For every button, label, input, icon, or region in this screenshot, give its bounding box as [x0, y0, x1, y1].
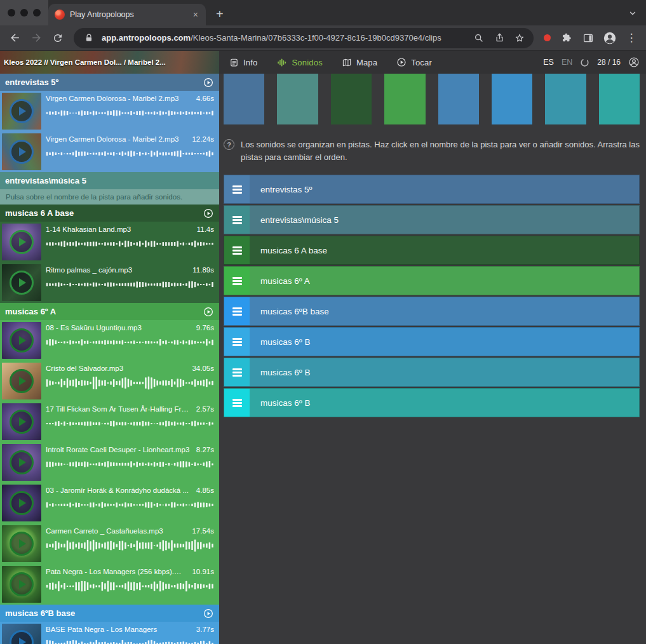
track-name[interactable]: entrevistas 5º — [5, 77, 58, 87]
clip-row[interactable]: Cristo del Salvador.mp3 34.05s — [0, 361, 219, 401]
clip-row[interactable]: 17 Till Flickan Som Är Tusen År-Halling … — [0, 401, 219, 442]
track-play-button[interactable] — [203, 208, 214, 219]
clip-waveform[interactable] — [46, 457, 214, 471]
address-bar[interactable]: app.antropoloops.com/Kleos-Santa-Marina/… — [74, 28, 534, 48]
share-icon[interactable] — [492, 30, 507, 46]
clip-name[interactable]: Carmen Carreto _ Castañuelas.mp3 — [46, 527, 187, 535]
clip-name[interactable]: 03 - Jaromír Horák & Konrádyho dudácká .… — [46, 486, 191, 494]
track-color-swatch[interactable] — [277, 74, 318, 124]
track-play-button[interactable] — [203, 608, 214, 619]
track-color-swatch[interactable] — [331, 74, 372, 124]
clip-row[interactable]: Virgen Carmen Dolorosa - Maribel 2.mp3 1… — [0, 131, 219, 172]
clip-play-button[interactable] — [2, 363, 41, 399]
clip-waveform[interactable] — [46, 106, 214, 120]
track-play-button[interactable] — [203, 77, 214, 88]
track-row-name[interactable]: musicas 6º B — [260, 337, 310, 347]
track-list-row[interactable]: musicas 6º B — [224, 388, 640, 417]
tab-tocar[interactable]: Tocar — [396, 57, 432, 67]
clip-name[interactable]: 17 Till Flickan Som Är Tusen År-Halling … — [46, 405, 191, 413]
clip-name[interactable]: Ritmo palmas _ cajón.mp3 — [46, 266, 187, 274]
clip-play-button[interactable] — [2, 93, 41, 130]
track-row-name[interactable]: musicas 6 A base — [260, 246, 327, 255]
clip-play-button[interactable] — [2, 133, 41, 170]
track-list-row[interactable]: musicas 6º B — [224, 327, 640, 356]
clip-row[interactable]: 1-14 Khakasian Land.mp3 11.4s — [0, 222, 219, 262]
clip-play-button[interactable] — [2, 566, 41, 603]
language-en[interactable]: EN — [562, 58, 572, 67]
drag-handle-icon[interactable] — [224, 267, 250, 295]
language-es[interactable]: ES — [543, 58, 554, 67]
tab-search-chevron-icon[interactable] — [628, 9, 637, 18]
track-list-row[interactable]: musicas 6 A base — [224, 236, 640, 265]
track-name[interactable]: musicas 6 A base — [5, 208, 74, 218]
back-button[interactable] — [5, 29, 24, 48]
clip-row[interactable]: 03 - Jaromír Horák & Konrádyho dudácká .… — [0, 483, 219, 523]
clip-name[interactable]: BASE Pata Negra - Los Managers — [46, 626, 191, 633]
clip-row[interactable]: Pata Negra - Los Managers (256 kbps).mp3… — [0, 564, 219, 605]
track-list-row[interactable]: entrevistas\música 5 — [224, 205, 640, 234]
new-tab-button[interactable]: + — [212, 7, 227, 22]
track-row-name[interactable]: musicas 6ºB base — [260, 307, 329, 316]
drag-handle-icon[interactable] — [224, 297, 250, 325]
track-list-row[interactable]: entrevistas 5º — [224, 175, 640, 204]
tab-mapa[interactable]: Mapa — [342, 58, 377, 67]
browser-tab[interactable]: Play Antropoloops × — [48, 4, 206, 25]
track-row-name[interactable]: musicas 6º A — [260, 276, 310, 286]
clip-waveform[interactable] — [46, 335, 214, 349]
track-name[interactable]: entrevistas\música 5 — [5, 176, 86, 185]
extensions-puzzle-icon[interactable] — [557, 29, 576, 48]
clip-name[interactable]: Virgen Carmen Dolorosa - Maribel 2.mp3 — [46, 135, 187, 143]
clip-waveform[interactable] — [46, 237, 214, 251]
track-row-name[interactable]: musicas 6º B — [260, 398, 310, 408]
clip-waveform[interactable] — [46, 417, 214, 431]
reload-button[interactable] — [48, 29, 67, 48]
track-color-swatch[interactable] — [599, 74, 640, 124]
sidebar-track-header[interactable]: musicas 6 A base — [0, 205, 219, 222]
clip-waveform[interactable] — [46, 637, 214, 644]
clip-name[interactable]: Cristo del Salvador.mp3 — [46, 365, 187, 372]
clip-row[interactable]: Introit Rorate Caeli Desuper - Lionheart… — [0, 442, 219, 483]
clip-play-button[interactable] — [2, 264, 41, 301]
zoom-icon[interactable] — [471, 30, 487, 46]
clip-waveform[interactable] — [46, 498, 214, 512]
bookmark-star-icon[interactable] — [512, 30, 527, 46]
sidebar-track-header[interactable]: musicas 6º A — [0, 303, 219, 320]
clip-name[interactable]: Virgen Carmen Dolorosa - Maribel 2.mp3 — [46, 95, 191, 102]
drag-handle-icon[interactable] — [224, 328, 250, 356]
drag-handle-icon[interactable] — [224, 358, 250, 386]
drag-handle-icon[interactable] — [224, 236, 250, 264]
clip-row[interactable]: Carmen Carreto _ Castañuelas.mp3 17.54s — [0, 523, 219, 564]
track-row-name[interactable]: entrevistas\música 5 — [260, 215, 339, 225]
side-panel-icon[interactable] — [579, 29, 598, 48]
tab-sonidos[interactable]: Sonidos — [276, 58, 322, 67]
track-color-swatch[interactable] — [545, 74, 586, 124]
drag-handle-icon[interactable] — [224, 175, 250, 203]
close-tab-icon[interactable]: × — [191, 9, 201, 20]
clip-play-button[interactable] — [2, 485, 41, 521]
drag-handle-icon[interactable] — [224, 206, 250, 234]
clip-name[interactable]: 1-14 Khakasian Land.mp3 — [46, 225, 192, 233]
clip-row[interactable]: BASE Pata Negra - Los Managers 3.77s — [0, 622, 219, 644]
clip-play-button[interactable] — [2, 525, 41, 562]
clip-waveform[interactable] — [46, 147, 214, 161]
clip-row[interactable]: Ritmo palmas _ cajón.mp3 11.89s — [0, 262, 219, 303]
track-list-row[interactable]: musicas 6º B — [224, 358, 640, 387]
maximize-window-button[interactable] — [33, 9, 41, 17]
clip-play-button[interactable] — [2, 624, 41, 644]
clip-waveform[interactable] — [46, 278, 214, 292]
clip-waveform[interactable] — [46, 376, 214, 390]
track-color-swatch[interactable] — [438, 74, 479, 124]
tab-info[interactable]: Info — [229, 58, 257, 67]
recording-extension-icon[interactable] — [544, 34, 551, 41]
sidebar-track-header[interactable]: entrevistas\música 5 — [0, 172, 219, 189]
clip-name[interactable]: 08 - Es Sakūru Uguntiņu.mp3 — [46, 324, 191, 332]
sidebar-track-header[interactable]: musicas 6ºB base — [0, 605, 219, 622]
track-list-row[interactable]: musicas 6º A — [224, 266, 640, 295]
track-color-swatch[interactable] — [384, 74, 425, 124]
track-color-swatch[interactable] — [224, 74, 264, 124]
minimize-window-button[interactable] — [20, 9, 28, 17]
forward-button[interactable] — [27, 29, 46, 48]
breadcrumb[interactable]: Kleos 2022 // Virgen Carmen Dol... / Mar… — [0, 51, 219, 74]
track-name[interactable]: musicas 6º A — [5, 307, 56, 316]
clip-waveform[interactable] — [46, 539, 214, 553]
